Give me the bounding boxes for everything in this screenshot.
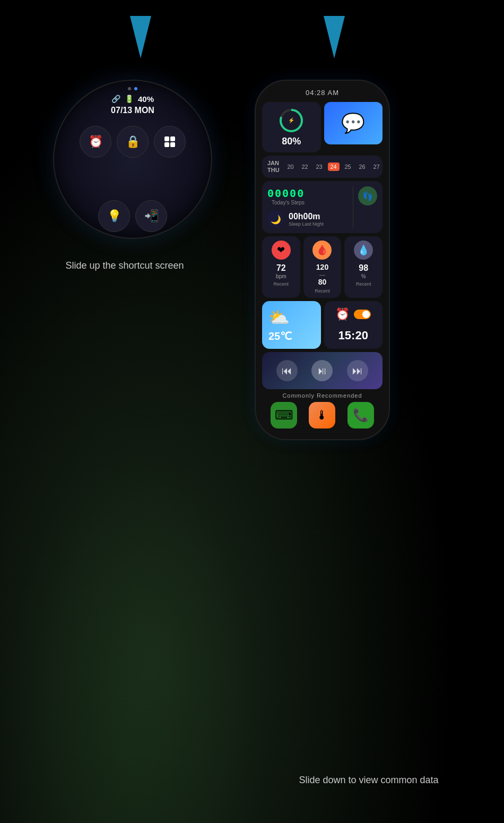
cal-date-20: 20 xyxy=(285,164,297,170)
bp-systolic: 120 xyxy=(316,263,328,271)
sleep-icon: 🌙 xyxy=(267,211,284,228)
calendar-dates: 20 22 23 24 25 26 27 xyxy=(285,162,383,171)
bp-value: 120 — 80 xyxy=(316,263,328,286)
band-outer: 04:28 AM ⚡ 80% 💬 JAN xyxy=(255,80,390,440)
music-next-button[interactable]: ⏭ xyxy=(347,360,368,381)
steps-label: Today's Steps xyxy=(272,200,305,205)
heart-rate-unit: bpm xyxy=(276,273,286,279)
recommended-label: Commonly Recommended xyxy=(262,392,383,399)
steps-icon: 👣 xyxy=(358,186,377,205)
health-metrics: ❤ 72 bpm Recent 🩸 120 — 80 Recent 💧 98 % xyxy=(262,236,383,298)
calendar-month-day: JAN THU xyxy=(267,160,280,174)
alarm-top-row: ⏰ xyxy=(328,307,379,321)
cal-date-25: 25 xyxy=(342,164,354,170)
spo2-value: 98 xyxy=(359,263,368,273)
dot-2 xyxy=(134,87,137,90)
heart-rate-card[interactable]: ❤ 72 bpm Recent xyxy=(262,236,300,298)
battery-circle: ⚡ xyxy=(278,107,305,134)
blood-pressure-card[interactable]: 🩸 120 — 80 Recent xyxy=(303,236,342,298)
music-player: ⏮ ⏯ ⏭ xyxy=(262,352,383,389)
watch-date: 07/13 MON xyxy=(111,106,154,115)
lock-button[interactable]: 🔒 xyxy=(117,126,149,158)
cal-date-27: 27 xyxy=(371,164,383,170)
alarm-card[interactable]: ⏰ 15:20 xyxy=(324,301,383,349)
dot-1 xyxy=(128,87,131,90)
steps-section: 00000 Today's Steps 👣 xyxy=(267,186,377,205)
svg-rect-2 xyxy=(164,136,169,141)
arrow-left xyxy=(127,16,154,58)
alarm-time: 15:20 xyxy=(338,329,368,342)
spo2-label: Recent xyxy=(356,281,371,287)
sleep-time: 00h00m xyxy=(289,212,324,221)
toggle-knob xyxy=(362,311,370,318)
link-icon: 🔗 xyxy=(111,95,120,103)
runner-background xyxy=(0,451,265,823)
message-card[interactable]: 💬 xyxy=(324,102,383,144)
steps-value: 00000 xyxy=(267,187,305,200)
svg-rect-3 xyxy=(170,136,175,141)
arrow-right xyxy=(321,16,347,58)
calendar-card[interactable]: JAN THU 20 22 23 24 25 26 27 xyxy=(262,156,383,178)
battery-card: ⚡ 80% xyxy=(262,102,321,152)
cal-date-24: 24 xyxy=(328,162,340,171)
spo2-icon: 💧 xyxy=(354,241,373,260)
cal-date-23: 23 xyxy=(314,164,325,170)
cal-date-22: 22 xyxy=(299,164,311,170)
blood-oxygen-card[interactable]: 💧 98 % Recent xyxy=(344,236,383,298)
alarm-icon: ⏰ xyxy=(335,307,350,321)
alarm-toggle[interactable] xyxy=(354,310,371,319)
weather-alarm-row: ⛅ 25℃ ⏰ 15:20 xyxy=(262,301,383,349)
watch-status: 🔗 🔋 40% xyxy=(111,95,154,104)
caption-right: Slide down to view common data xyxy=(249,775,488,786)
weather-temp: 25℃ xyxy=(268,330,292,342)
svg-marker-0 xyxy=(130,16,151,58)
watch-dots xyxy=(128,87,137,90)
alarm-button[interactable]: ⏰ xyxy=(80,126,111,158)
thermometer-app[interactable]: 🌡 xyxy=(309,402,335,428)
battery-icon: 🔋 xyxy=(125,95,134,103)
svg-rect-5 xyxy=(170,142,175,147)
heart-rate-label: Recent xyxy=(274,281,289,287)
band-time: 04:28 AM xyxy=(262,89,383,97)
watch-icons-row2: 💡 📲 xyxy=(98,200,167,232)
svg-text:⚡: ⚡ xyxy=(288,117,295,124)
divider-line xyxy=(353,186,353,228)
sleep-label: Sleep Last Night xyxy=(289,221,324,227)
heart-rate-icon: ❤ xyxy=(272,241,291,260)
keyboard-app[interactable]: ⌨ xyxy=(271,402,297,428)
watch-icons-grid: ⏰ 🔒 xyxy=(80,126,186,195)
svg-marker-1 xyxy=(324,16,345,58)
cal-date-26: 26 xyxy=(357,164,368,170)
watch-display: 🔗 🔋 40% 07/13 MON ⏰ 🔒 💡 📲 xyxy=(53,80,212,239)
weather-icon: ⛅ xyxy=(268,307,290,328)
music-play-button[interactable]: ⏯ xyxy=(311,360,333,381)
light-button[interactable]: 💡 xyxy=(98,200,130,232)
band-display: 04:28 AM ⚡ 80% 💬 JAN xyxy=(255,80,390,440)
message-icon: 💬 xyxy=(341,112,365,134)
spo2-unit: % xyxy=(361,273,366,279)
heart-rate-value: 72 xyxy=(276,263,286,273)
svg-rect-4 xyxy=(164,142,169,147)
sleep-section: 🌙 00h00m Sleep Last Night xyxy=(267,211,377,228)
bp-diastolic: 80 xyxy=(318,278,327,286)
band-top-row: ⚡ 80% 💬 xyxy=(262,102,383,152)
battery-pct-text: 80% xyxy=(282,136,301,147)
apps-button[interactable] xyxy=(154,126,186,158)
bp-label: Recent xyxy=(315,288,330,294)
steps-sleep-card: 00000 Today's Steps 👣 🌙 00h00m Sleep Las… xyxy=(262,181,383,233)
weather-card[interactable]: ⛅ 25℃ xyxy=(262,301,321,349)
battery-percent: 40% xyxy=(138,95,154,104)
phone-app[interactable]: 📞 xyxy=(347,402,374,428)
music-prev-button[interactable]: ⏮ xyxy=(276,360,298,381)
bp-icon: 🩸 xyxy=(312,241,332,260)
recommended-apps: ⌨ 🌡 📞 xyxy=(262,402,383,428)
sleep-info: 00h00m Sleep Last Night xyxy=(289,212,324,227)
caption-left: Slide up the shortcut screen xyxy=(27,260,223,271)
bp-divider: — xyxy=(319,271,325,278)
transfer-button[interactable]: 📲 xyxy=(135,200,167,232)
